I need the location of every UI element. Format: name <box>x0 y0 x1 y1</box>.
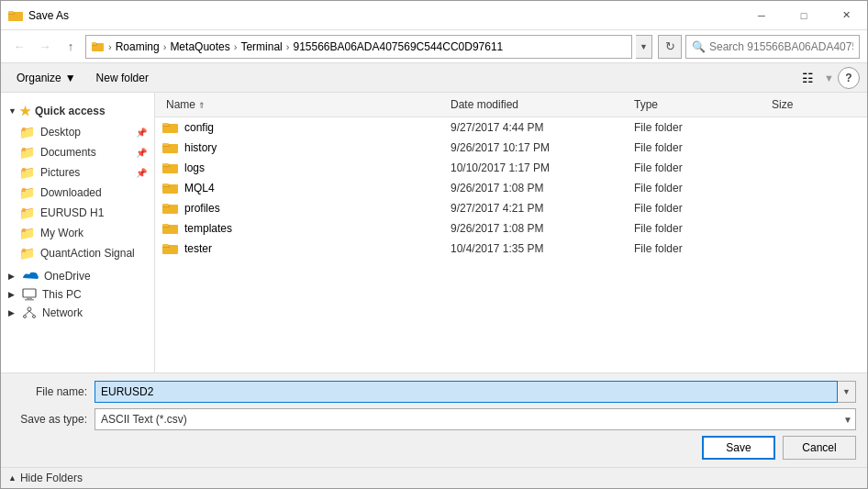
col-name[interactable]: Name ⇑ <box>162 96 447 113</box>
file-date-cell: 9/27/2017 4:21 PM <box>447 200 630 217</box>
saveas-label: Save as type: <box>12 413 95 426</box>
cancel-button[interactable]: Cancel <box>783 436 856 460</box>
folder-icon <box>162 182 179 194</box>
network-icon <box>22 306 37 319</box>
close-button[interactable]: ✕ <box>825 1 867 30</box>
address-dropdown[interactable]: ▼ <box>636 35 652 59</box>
save-button-wrapper: Save <box>702 436 775 460</box>
quick-access-star-icon: ★ <box>19 104 31 118</box>
sidebar-item-thispc[interactable]: ▶ This PC <box>1 285 154 304</box>
forward-button[interactable]: → <box>34 36 56 58</box>
folder-icon <box>162 121 179 134</box>
hide-folders-row[interactable]: ▲ Hide Folders <box>1 467 867 488</box>
sidebar: ▼ ★ Quick access 📁 Desktop 📌 📁 Documents… <box>1 93 155 372</box>
svg-rect-25 <box>162 183 169 186</box>
new-folder-button[interactable]: New folder <box>88 69 157 87</box>
quick-access-chevron-icon: ▼ <box>8 106 17 116</box>
quick-access-header[interactable]: ▼ ★ Quick access <box>1 100 154 122</box>
saveas-select[interactable]: ASCII Text (*.csv) <box>95 408 856 430</box>
file-row-name: MQL4 <box>162 182 447 194</box>
sidebar-item-mywork-label: My Work <box>40 227 83 239</box>
sidebar-item-downloaded[interactable]: 📁 Downloaded <box>1 183 154 203</box>
file-type-cell: File folder <box>630 180 768 196</box>
folder-icon <box>162 242 179 255</box>
search-box[interactable]: 🔍 <box>685 35 860 59</box>
button-row: Save Cancel <box>12 436 856 460</box>
file-size-cell <box>768 206 860 210</box>
filename-dropdown-icon[interactable]: ▼ <box>838 381 856 403</box>
hide-folders-chevron-icon: ▲ <box>8 473 17 483</box>
table-row[interactable]: logs 10/10/2017 1:17 PM File folder <box>155 158 867 178</box>
refresh-button[interactable]: ↻ <box>658 35 682 59</box>
sidebar-item-pictures[interactable]: 📁 Pictures 📌 <box>1 162 154 183</box>
table-row[interactable]: history 9/26/2017 10:17 PM File folder <box>155 138 867 158</box>
help-button[interactable]: ? <box>838 67 860 89</box>
documents-folder-icon: 📁 <box>19 145 35 160</box>
title-bar-left: Save As <box>8 8 69 23</box>
breadcrumb-metaquotes[interactable]: MetaQuotes <box>170 40 229 53</box>
col-date[interactable]: Date modified <box>447 96 630 113</box>
file-row-name: config <box>162 121 447 134</box>
sidebar-item-documents-label: Documents <box>40 146 96 159</box>
minimize-button[interactable]: ─ <box>740 1 783 30</box>
sidebar-item-network[interactable]: ▶ Network <box>1 304 154 322</box>
sidebar-item-mywork[interactable]: 📁 My Work <box>1 223 154 243</box>
filename-row: File name: ▼ <box>12 381 856 403</box>
sidebar-item-quantaction[interactable]: 📁 QuantAction Signal <box>1 243 154 263</box>
sidebar-item-eurusd[interactable]: 📁 EURUSD H1 <box>1 203 154 223</box>
sidebar-item-onedrive[interactable]: ▶ OneDrive <box>1 267 154 285</box>
saveas-row: Save as type: ASCII Text (*.csv) ▼ <box>12 408 856 430</box>
table-row[interactable]: config 9/27/2017 4:44 PM File folder <box>155 117 867 138</box>
breadcrumb-terminal[interactable]: Terminal <box>240 40 282 53</box>
col-type-label: Type <box>634 98 658 111</box>
title-controls: ─ □ ✕ <box>740 1 867 30</box>
quick-access-group: ▼ ★ Quick access 📁 Desktop 📌 📁 Documents… <box>1 100 154 263</box>
breadcrumb-id[interactable]: 915566BA06ADA407569C544CC0D97611 <box>293 40 503 53</box>
svg-rect-6 <box>23 289 36 297</box>
sidebar-item-desktop[interactable]: 📁 Desktop 📌 <box>1 122 154 142</box>
toolbar: Organize ▼ New folder ☷ ▼ ? <box>1 63 867 93</box>
col-type[interactable]: Type <box>630 96 768 113</box>
search-input[interactable] <box>709 40 853 53</box>
sidebar-item-desktop-label: Desktop <box>40 126 81 139</box>
table-row[interactable]: templates 9/26/2017 1:08 PM File folder <box>155 218 867 239</box>
file-size-cell <box>768 186 860 190</box>
breadcrumb-roaming[interactable]: Roaming <box>116 40 160 53</box>
svg-rect-16 <box>162 123 169 126</box>
organize-button[interactable]: Organize ▼ <box>8 69 84 87</box>
file-name-cell: MQL4 <box>184 182 215 194</box>
save-button[interactable]: Save <box>702 436 775 460</box>
back-button[interactable]: ← <box>8 36 30 58</box>
file-type-cell: File folder <box>630 139 768 156</box>
up-button[interactable]: ↑ <box>60 36 82 58</box>
svg-rect-22 <box>162 163 169 166</box>
window-title: Save As <box>28 9 69 22</box>
file-size-cell <box>768 166 860 170</box>
table-row[interactable]: MQL4 9/26/2017 1:08 PM File folder <box>155 178 867 198</box>
file-type-cell: File folder <box>630 220 768 237</box>
sidebar-item-downloaded-label: Downloaded <box>40 186 102 199</box>
save-button-label: Save <box>726 441 751 454</box>
thispc-icon <box>22 288 37 301</box>
main-content: ▼ ★ Quick access 📁 Desktop 📌 📁 Documents… <box>1 93 867 372</box>
file-size-cell <box>768 146 860 150</box>
sidebar-item-eurusd-label: EURUSD H1 <box>40 206 104 219</box>
file-size-cell <box>768 227 860 230</box>
folder-icon <box>162 202 179 215</box>
file-date-cell: 9/26/2017 1:08 PM <box>447 180 630 196</box>
maximize-button[interactable]: □ <box>783 1 825 30</box>
table-row[interactable]: tester 10/4/2017 1:35 PM File folder <box>155 239 867 259</box>
table-row[interactable]: profiles 9/27/2017 4:21 PM File folder <box>155 198 867 218</box>
eurusd-folder-icon: 📁 <box>19 206 35 220</box>
file-date-cell: 9/26/2017 1:08 PM <box>447 220 630 237</box>
sidebar-item-documents[interactable]: 📁 Documents 📌 <box>1 142 154 162</box>
address-path[interactable]: › Roaming › MetaQuotes › Terminal › 9155… <box>85 35 632 59</box>
file-date-cell: 10/10/2017 1:17 PM <box>447 160 630 176</box>
col-size[interactable]: Size <box>768 96 860 113</box>
svg-rect-34 <box>162 244 169 247</box>
file-list-header: Name ⇑ Date modified Type Size <box>155 93 867 117</box>
breadcrumb-folder-icon <box>92 41 105 52</box>
filename-input[interactable] <box>95 381 838 403</box>
pictures-pin-icon: 📌 <box>136 168 147 178</box>
view-button[interactable]: ☷ <box>795 67 820 89</box>
